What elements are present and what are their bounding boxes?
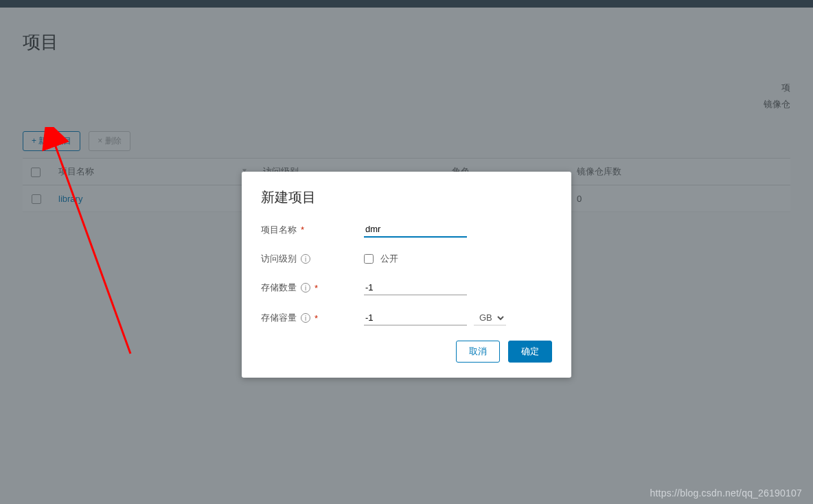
field-access-level: 访问级别 i 公开	[261, 253, 552, 265]
storage-count-input[interactable]	[364, 280, 467, 295]
modal-title: 新建项目	[261, 188, 552, 207]
public-checkbox[interactable]	[364, 254, 374, 264]
field-storage-count: 存储数量 i *	[261, 280, 552, 295]
label-project-name: 项目名称	[261, 224, 297, 236]
new-project-modal: 新建项目 项目名称 * 访问级别 i 公开 存储数量 i	[242, 172, 571, 378]
modal-actions: 取消 确定	[261, 341, 552, 363]
watermark: https://blog.csdn.net/qq_26190107	[650, 488, 802, 499]
required-mark: *	[314, 283, 318, 293]
modal-overlay[interactable]: 新建项目 项目名称 * 访问级别 i 公开 存储数量 i	[0, 0, 813, 504]
ok-button[interactable]: 确定	[508, 341, 552, 363]
field-project-name: 项目名称 *	[261, 222, 552, 238]
label-access-level: 访问级别	[261, 253, 297, 265]
field-storage-capacity: 存储容量 i * GB	[261, 310, 552, 325]
storage-unit-select[interactable]: GB	[474, 310, 506, 325]
label-storage-count: 存储数量	[261, 282, 297, 294]
label-storage-capacity: 存储容量	[261, 312, 297, 324]
storage-capacity-input[interactable]	[364, 310, 467, 325]
public-checkbox-label: 公开	[380, 253, 398, 265]
info-icon[interactable]: i	[301, 254, 310, 264]
required-mark: *	[301, 225, 304, 235]
info-icon[interactable]: i	[301, 313, 310, 323]
required-mark: *	[314, 313, 318, 323]
project-name-input[interactable]	[364, 222, 467, 238]
cancel-button[interactable]: 取消	[456, 341, 500, 363]
info-icon[interactable]: i	[301, 283, 310, 293]
